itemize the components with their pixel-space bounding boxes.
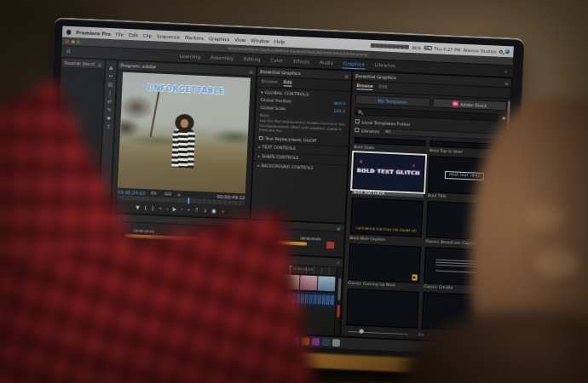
play-button[interactable]: ▶ bbox=[172, 206, 176, 211]
preview-person bbox=[168, 114, 199, 174]
menu-item[interactable]: Markers bbox=[185, 34, 204, 40]
type-tool[interactable]: T bbox=[107, 124, 110, 129]
essential-graphics-tab[interactable]: Essential Graphics bbox=[355, 73, 396, 80]
sequence-duration: 00:00:49:12 bbox=[217, 193, 245, 199]
template-card[interactable]: Bold Slate bbox=[354, 137, 426, 151]
track-select-tool[interactable]: ↔ bbox=[108, 73, 112, 78]
hand-tool[interactable]: ✱ bbox=[107, 116, 111, 121]
add-sequence-icon[interactable]: ＋ bbox=[335, 259, 340, 266]
menu-item[interactable]: Help bbox=[274, 38, 285, 44]
slip-tool[interactable]: ⇄ bbox=[107, 99, 112, 104]
template-card[interactable]: Classic Coming Up Next bbox=[348, 243, 421, 288]
template-thumbnail[interactable]: CAPTURE BIG SUBTITLES FOR ONLINE VID bbox=[350, 197, 424, 237]
eg-browse-subtab[interactable]: Edit bbox=[378, 83, 387, 90]
workspace-tab[interactable]: Learning bbox=[179, 52, 202, 62]
playhead-timecode[interactable]: 00:00:24:03 bbox=[118, 189, 146, 195]
workspace-tab[interactable]: Color bbox=[269, 56, 284, 66]
lift-button[interactable]: ↑ bbox=[194, 207, 199, 212]
program-monitor-panel: Program: adobe ≡ UNFORGETTABLE bbox=[111, 60, 257, 219]
dock-app-11[interactable] bbox=[311, 338, 319, 346]
panel-menu-icon[interactable]: ≡ bbox=[504, 80, 509, 86]
thumbnail-size-slider[interactable] bbox=[349, 331, 408, 334]
ruler-timecode: 00:00:19:23 bbox=[134, 228, 154, 233]
ripple-edit-tool[interactable]: ▥ bbox=[108, 82, 113, 87]
user-account-menu[interactable]: Allenne Studios bbox=[463, 47, 496, 54]
panel-menu-icon[interactable]: ≡ bbox=[337, 225, 341, 231]
essential-graphics-edit-panel: Essential Graphics ≡ BrowseEdit ▾ GLOBAL… bbox=[250, 66, 352, 224]
siri-icon[interactable] bbox=[504, 49, 510, 54]
add-marker-button[interactable]: ▼ bbox=[135, 204, 140, 209]
essential-graphics-edit-tab[interactable]: Essential Graphics bbox=[260, 69, 301, 76]
dock-app-13[interactable] bbox=[331, 339, 339, 346]
menu-bar-clock[interactable]: Thu 6:27 PM bbox=[434, 46, 460, 52]
app-menu[interactable]: Premiere Pro bbox=[76, 30, 111, 37]
workspace-tab[interactable]: Effects bbox=[292, 57, 310, 67]
razor-tool[interactable]: | bbox=[109, 90, 111, 95]
workspace-tab[interactable]: Graphics bbox=[343, 59, 366, 69]
menu-item[interactable]: Edit bbox=[129, 31, 138, 37]
eg-edit-subtab[interactable]: Browse bbox=[262, 78, 278, 86]
monitor-settings-icon[interactable]: ≡ bbox=[177, 192, 181, 197]
battery-icon bbox=[424, 46, 431, 50]
menu-item[interactable]: Clip bbox=[143, 32, 153, 37]
mark-in-button[interactable]: { bbox=[144, 204, 147, 209]
workspace-tab[interactable]: Assembly bbox=[210, 53, 234, 63]
extract-button[interactable]: ↓ bbox=[203, 208, 207, 213]
template-thumbnail[interactable]: BOLD TEXT GLITCH bbox=[352, 152, 425, 192]
panel-menu-icon[interactable]: ≡ bbox=[249, 68, 253, 74]
program-monitor-tab[interactable]: Program: adobe bbox=[120, 63, 156, 70]
render-bar bbox=[337, 305, 340, 317]
dock-app-12[interactable] bbox=[321, 339, 329, 346]
template-thumbnail[interactable] bbox=[346, 289, 419, 329]
step-back-button[interactable]: ‹ bbox=[166, 206, 169, 211]
volume-icon[interactable] bbox=[405, 44, 409, 49]
template-card[interactable] bbox=[346, 289, 419, 329]
panel-menu-icon[interactable]: ≡ bbox=[344, 72, 349, 78]
template-card[interactable]: BOLD TEXT GLITCH Bold Text Glitch bbox=[352, 152, 425, 197]
menu-item[interactable]: File bbox=[116, 31, 124, 37]
eg-edit-subtab[interactable]: Edit bbox=[283, 79, 291, 86]
export-frame-button[interactable]: ● bbox=[211, 208, 216, 213]
pen-tool[interactable]: ✎ bbox=[107, 107, 111, 112]
template-badge-icon bbox=[412, 274, 418, 280]
program-preview[interactable]: UNFORGETTABLE bbox=[118, 72, 251, 194]
zoom-level-select[interactable]: Fit bbox=[148, 190, 159, 197]
workspace-overflow-icon[interactable]: » bbox=[504, 68, 508, 74]
checkbox-icon bbox=[355, 128, 359, 132]
list-view-toggle-icon[interactable]: ≣▾ bbox=[418, 332, 424, 337]
home-icon[interactable]: ⌂ bbox=[66, 49, 71, 54]
template-source-button[interactable]: St Adobe Stock bbox=[432, 98, 507, 111]
go-to-in-button[interactable]: « bbox=[159, 205, 162, 210]
panel-menu-icon[interactable]: ≡ bbox=[97, 61, 101, 67]
search-icon bbox=[358, 110, 361, 113]
template-source-button[interactable]: My Templates bbox=[355, 94, 430, 107]
checkbox-icon bbox=[259, 136, 263, 140]
spotlight-search-icon[interactable] bbox=[499, 49, 502, 53]
apple-menu-icon[interactable] bbox=[66, 29, 71, 34]
template-card[interactable]: CAPTURE BIG SUBTITLES FOR ONLINE VID Bol… bbox=[349, 197, 423, 243]
playback-resolution-select[interactable]: 1/2 bbox=[162, 191, 174, 197]
eg-browse-subtab[interactable]: Browse bbox=[357, 83, 373, 90]
ruler-timecode: 00:00:24:23 bbox=[292, 266, 312, 272]
battery-percent: 86% bbox=[412, 45, 421, 50]
workspace-tab[interactable]: Audio bbox=[319, 58, 334, 68]
selection-tool[interactable]: ▲ bbox=[109, 65, 113, 70]
menu-item[interactable]: Graphics bbox=[209, 36, 230, 42]
workspace-tab[interactable]: Editing bbox=[243, 54, 262, 65]
ruler-timecode: 00:00:24:03 bbox=[301, 236, 321, 241]
menu-item[interactable]: View bbox=[234, 37, 245, 43]
zoom-window-icon bbox=[77, 40, 80, 43]
source-monitor-tab[interactable]: Source: (no clips) bbox=[64, 60, 95, 67]
menu-item[interactable]: Window bbox=[251, 37, 269, 43]
workspace-tab[interactable]: Libraries bbox=[373, 60, 396, 71]
button-editor[interactable]: ＋ bbox=[220, 209, 225, 214]
close-window-icon bbox=[66, 39, 69, 43]
menu-item[interactable]: Sequence bbox=[157, 33, 180, 39]
checkbox-icon bbox=[355, 119, 360, 123]
go-to-out-button[interactable]: » bbox=[187, 207, 190, 212]
template-thumbnail[interactable] bbox=[348, 243, 421, 283]
step-forward-button[interactable]: › bbox=[181, 206, 183, 211]
adobe-stock-icon: St bbox=[453, 100, 458, 106]
mark-out-button[interactable]: } bbox=[152, 205, 155, 210]
traffic-lights[interactable] bbox=[66, 39, 80, 43]
